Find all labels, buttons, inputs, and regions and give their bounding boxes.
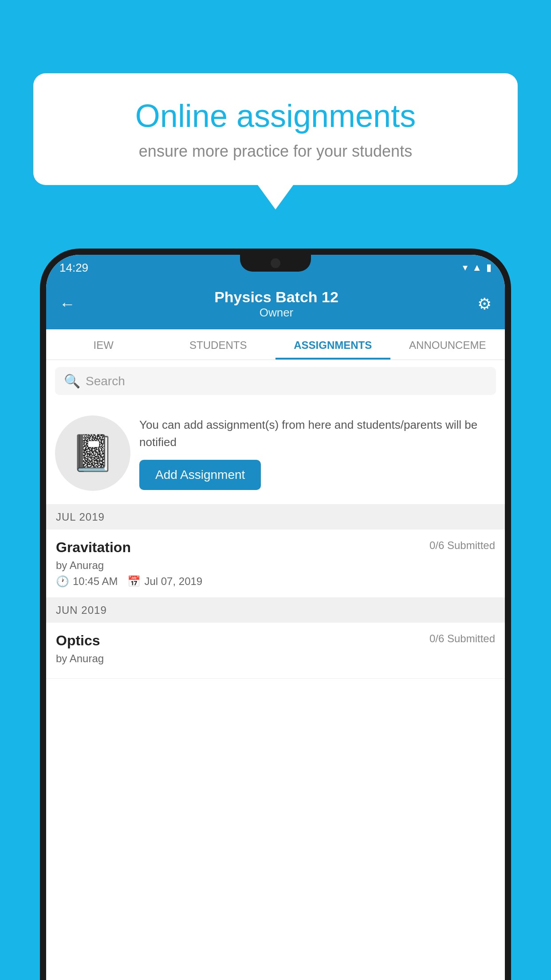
wifi-icon: ▾: [463, 262, 468, 273]
assignment-time: 10:45 AM: [73, 575, 118, 588]
assignment-name-gravitation: Gravitation: [56, 539, 131, 556]
assignment-item-header: Gravitation 0/6 Submitted: [56, 539, 495, 556]
speech-bubble-arrow: [258, 185, 293, 209]
date-meta: 📅 Jul 07, 2019: [127, 575, 202, 588]
camera-dot: [271, 258, 280, 268]
search-icon: 🔍: [64, 373, 80, 389]
notebook-icon: 📓: [71, 432, 115, 474]
signal-icon: ▲: [472, 262, 482, 273]
submitted-badge-gravitation: 0/6 Submitted: [429, 539, 495, 552]
tab-announcements[interactable]: ANNOUNCEME: [390, 329, 505, 360]
assignment-item-gravitation[interactable]: Gravitation 0/6 Submitted by Anurag 🕐 10…: [46, 530, 505, 598]
speech-bubble-subtitle: ensure more practice for your students: [60, 142, 491, 161]
phone-notch: [240, 255, 311, 272]
add-assignment-button[interactable]: Add Assignment: [139, 460, 261, 490]
phone-inner: 14:29 ▾ ▲ ▮ ← Physics Batch 12 Owner ⚙ I…: [46, 255, 505, 980]
tab-iew[interactable]: IEW: [46, 329, 161, 360]
search-placeholder: Search: [86, 374, 125, 388]
assignment-name-optics: Optics: [56, 632, 100, 649]
time-meta: 🕐 10:45 AM: [56, 575, 118, 588]
assignment-icon-circle: 📓: [55, 415, 130, 491]
submitted-badge-optics: 0/6 Submitted: [429, 632, 495, 645]
assignment-item-optics[interactable]: Optics 0/6 Submitted by Anurag: [46, 623, 505, 679]
search-container: 🔍 Search: [46, 360, 505, 402]
tab-assignments[interactable]: ASSIGNMENTS: [276, 329, 390, 360]
battery-icon: ▮: [486, 262, 492, 273]
app-header: ← Physics Batch 12 Owner ⚙: [46, 281, 505, 329]
speech-bubble-container: Online assignments ensure more practice …: [33, 73, 518, 209]
assignment-item-header-optics: Optics 0/6 Submitted: [56, 632, 495, 649]
calendar-icon: 📅: [127, 575, 141, 588]
back-button[interactable]: ←: [59, 295, 75, 313]
status-time: 14:29: [59, 261, 88, 275]
month-header-jul: JUL 2019: [46, 505, 505, 530]
clock-icon: 🕐: [56, 575, 69, 588]
header-subtitle: Owner: [214, 306, 338, 320]
header-center: Physics Batch 12 Owner: [214, 288, 338, 320]
assignment-by-optics: by Anurag: [56, 652, 495, 665]
settings-button[interactable]: ⚙: [477, 295, 492, 313]
status-icons: ▾ ▲ ▮: [463, 262, 492, 273]
assignment-date: Jul 07, 2019: [144, 575, 202, 588]
phone-frame: 14:29 ▾ ▲ ▮ ← Physics Batch 12 Owner ⚙ I…: [40, 249, 511, 980]
search-bar[interactable]: 🔍 Search: [55, 367, 496, 395]
add-assignment-section: 📓 You can add assignment(s) from here an…: [46, 402, 505, 505]
header-title: Physics Batch 12: [214, 288, 338, 306]
speech-bubble: Online assignments ensure more practice …: [33, 73, 518, 185]
month-header-jun: JUN 2019: [46, 598, 505, 623]
assignment-description: You can add assignment(s) from here and …: [139, 416, 496, 451]
tabs-bar: IEW STUDENTS ASSIGNMENTS ANNOUNCEME: [46, 329, 505, 360]
assignment-meta-gravitation: 🕐 10:45 AM 📅 Jul 07, 2019: [56, 575, 495, 588]
assignment-info: You can add assignment(s) from here and …: [139, 416, 496, 490]
assignment-by-gravitation: by Anurag: [56, 559, 495, 572]
speech-bubble-title: Online assignments: [60, 98, 491, 134]
tab-students[interactable]: STUDENTS: [161, 329, 276, 360]
